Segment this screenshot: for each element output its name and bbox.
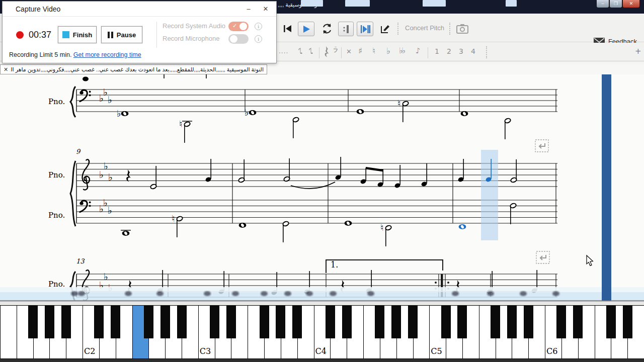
- pause-button[interactable]: Pause: [101, 26, 142, 43]
- key-D#2[interactable]: [111, 305, 120, 338]
- dialog-minimize-button[interactable]: –: [244, 5, 253, 14]
- double-flat-icon[interactable]: ♭♭: [399, 46, 405, 55]
- key-D#5[interactable]: [457, 305, 467, 338]
- voice-2-button[interactable]: 2: [447, 47, 451, 55]
- note[interactable]: [394, 165, 400, 189]
- key-F#6[interactable]: [606, 305, 616, 338]
- microphone-toggle[interactable]: [228, 34, 249, 44]
- finish-button[interactable]: Finish: [58, 26, 97, 43]
- quarter-rest-icon[interactable]: [324, 46, 330, 58]
- key-D#4[interactable]: [342, 305, 352, 338]
- note[interactable]: [121, 230, 131, 236]
- play-button[interactable]: [298, 22, 314, 36]
- note[interactable]: [205, 159, 211, 183]
- info-icon[interactable]: i: [255, 35, 262, 43]
- key-G#4[interactable]: [391, 305, 401, 338]
- key-F#2[interactable]: [144, 305, 153, 338]
- note[interactable]: ♮: [397, 98, 409, 122]
- score-tab[interactable]: ✕ النوتة الموسيقية ,,,,,,الحديثة,,,,للمق…: [0, 64, 267, 74]
- note[interactable]: [345, 221, 352, 226]
- window-restore-button[interactable]: ❐: [609, 0, 622, 8]
- natural-icon[interactable]: ♮: [372, 46, 375, 56]
- key-C#5[interactable]: [441, 305, 451, 338]
- vertical-scrollbar[interactable]: [602, 74, 611, 301]
- selected-note[interactable]: [459, 224, 466, 229]
- screenshot-button[interactable]: [456, 23, 469, 35]
- note[interactable]: [238, 159, 245, 183]
- key-C#2[interactable]: [94, 305, 104, 338]
- pan-score-button[interactable]: [357, 22, 373, 36]
- concert-pitch-toggle[interactable]: Concert Pitch: [405, 24, 444, 32]
- voice-1-button[interactable]: 1: [435, 47, 439, 55]
- note[interactable]: [504, 118, 511, 139]
- note[interactable]: [150, 166, 157, 190]
- note[interactable]: ♮: [172, 213, 183, 237]
- voice-3-button[interactable]: 3: [459, 47, 463, 55]
- key-G#3[interactable]: [276, 305, 285, 338]
- add-workspace-button[interactable]: +: [635, 47, 641, 56]
- note[interactable]: [457, 159, 464, 183]
- appoggiatura-icon[interactable]: ♪: [308, 46, 313, 56]
- treble-clef[interactable]: [82, 159, 90, 190]
- sharp-icon[interactable]: ♯: [358, 46, 362, 56]
- dialog-titlebar[interactable]: Capture Video – ✕: [3, 2, 276, 17]
- key-D#3[interactable]: [226, 305, 236, 338]
- window-close-button[interactable]: ✕: [622, 0, 640, 8]
- volta-bracket[interactable]: [326, 260, 443, 273]
- flat-icon[interactable]: ♭: [386, 46, 390, 56]
- key-G#2[interactable]: [160, 305, 170, 338]
- note-duration-dots-icon[interactable]: ····: [279, 50, 288, 57]
- note[interactable]: [377, 170, 383, 188]
- acciaccatura-icon[interactable]: ♪: [298, 46, 303, 56]
- piano-keyboard[interactable]: C2C3C4C5C6: [0, 305, 644, 359]
- key-A#3[interactable]: [292, 305, 302, 338]
- key-C#6[interactable]: [556, 305, 566, 338]
- half-rest-icon[interactable]: ㇷ̄: [332, 46, 339, 54]
- note[interactable]: [360, 168, 366, 185]
- key-D#6[interactable]: [573, 305, 583, 338]
- key-G#5[interactable]: [507, 305, 517, 338]
- play-repeats-button[interactable]: [338, 22, 354, 36]
- get-more-time-link[interactable]: Get more recording time: [73, 51, 141, 58]
- system-audio-toggle[interactable]: ✓: [228, 22, 249, 31]
- key-C#3[interactable]: [210, 305, 219, 338]
- note[interactable]: [292, 117, 299, 138]
- key-A#4[interactable]: [408, 305, 418, 338]
- note[interactable]: ♭: [117, 108, 128, 119]
- note[interactable]: [461, 111, 468, 116]
- key-G#6[interactable]: [623, 305, 632, 338]
- score-canvas[interactable]: ♭♭♭Pno.♭♮♭♮♭♭♭Pno.♭♭♭Pno.9♮♮♭♭♭Pno.131.: [0, 74, 644, 301]
- loop-playback-button[interactable]: [320, 22, 334, 36]
- grace-note-icon[interactable]: ♪: [416, 46, 421, 55]
- key-F#1[interactable]: [28, 305, 38, 338]
- slur[interactable]: [291, 182, 335, 189]
- note[interactable]: [335, 157, 341, 180]
- note[interactable]: ♮: [380, 222, 392, 246]
- info-icon[interactable]: i: [255, 23, 262, 30]
- note[interactable]: ♭: [245, 107, 256, 118]
- window-minimize-button[interactable]: –: [596, 0, 609, 8]
- dialog-close-button[interactable]: ✕: [261, 5, 270, 14]
- double-sharp-icon[interactable]: ✕: [346, 48, 352, 55]
- voice-4-button[interactable]: 4: [471, 47, 475, 55]
- note[interactable]: [283, 158, 290, 182]
- key-A#5[interactable]: [524, 305, 533, 338]
- rewind-button[interactable]: [282, 23, 294, 35]
- note[interactable]: [239, 223, 247, 228]
- note[interactable]: [282, 221, 289, 242]
- bass-clef[interactable]: [79, 201, 91, 212]
- key-F#4[interactable]: [375, 305, 384, 338]
- tab-close-icon[interactable]: ✕: [4, 66, 8, 73]
- bass-clef[interactable]: [79, 90, 91, 102]
- toolbar-drag-handle[interactable]: [486, 46, 488, 58]
- key-A#1[interactable]: [61, 305, 71, 338]
- key-G#1[interactable]: [45, 305, 54, 338]
- key-F#3[interactable]: [260, 305, 269, 338]
- note[interactable]: ♮: [179, 119, 192, 143]
- key-F#5[interactable]: [491, 305, 500, 338]
- note[interactable]: [510, 159, 517, 183]
- key-E1[interactable]: [0, 305, 17, 359]
- image-capture-button[interactable]: [378, 22, 391, 35]
- quarter-rest[interactable]: [126, 169, 131, 182]
- note[interactable]: [510, 203, 517, 224]
